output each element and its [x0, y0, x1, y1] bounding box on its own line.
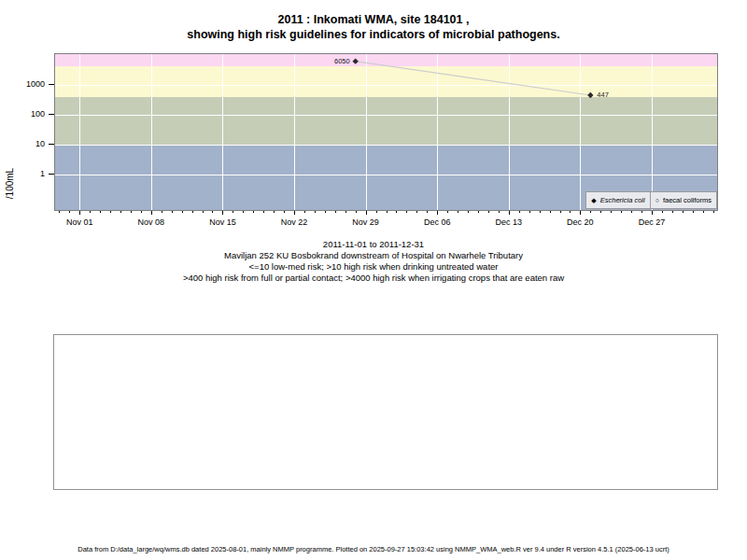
x-minor-tick — [519, 211, 520, 213]
legend-label-faecal-coliforms: faecal coliforms — [663, 196, 712, 204]
figure: 2011 : Inkomati WMA, site 184101 , showi… — [0, 0, 747, 560]
chart-title-line2: showing high risk guidelines for indicat… — [0, 27, 747, 42]
empty-panel — [53, 334, 718, 490]
x-axis: Nov 01Nov 08Nov 15Nov 22Nov 29Dec 06Dec … — [55, 211, 717, 233]
x-minor-tick — [274, 211, 275, 213]
x-minor-tick — [693, 211, 694, 213]
x-minor-tick — [447, 211, 448, 213]
x-tick-label: Dec 13 — [486, 217, 532, 227]
x-minor-tick — [499, 211, 500, 213]
x-minor-tick — [488, 211, 489, 213]
plot-panel: 6050447 ◆ Eschericia coli ○ faecal colif… — [54, 53, 718, 211]
x-minor-tick — [243, 211, 244, 213]
y-axis: /100mL 1101001000 — [0, 53, 54, 211]
y-tick-label: 1 — [7, 169, 45, 178]
chart-title-line1: 2011 : Inkomati WMA, site 184101 , — [0, 12, 747, 27]
filled-diamond-icon: ◆ — [591, 197, 596, 204]
y-tick-label: 10 — [7, 139, 45, 148]
x-tick — [294, 211, 295, 215]
x-minor-tick — [468, 211, 469, 213]
footer-provenance: Data from D:/data_large/wq/wms.db dated … — [0, 545, 747, 553]
x-minor-tick — [100, 211, 101, 213]
x-minor-tick — [590, 211, 591, 213]
x-minor-tick — [284, 211, 285, 213]
series-line — [356, 62, 591, 95]
x-minor-tick — [192, 211, 193, 213]
x-minor-tick — [621, 211, 622, 213]
caption-site-description: Maviljan 252 KU Bosbokrand downstream of… — [0, 250, 747, 261]
x-minor-tick — [662, 211, 663, 213]
x-minor-tick — [458, 211, 458, 213]
x-tick-label: Dec 27 — [628, 217, 675, 227]
caption-date-range: 2011-11-01 to 2011-12-31 — [0, 239, 747, 250]
x-minor-tick — [69, 211, 70, 213]
x-tick-label: Nov 29 — [343, 217, 389, 227]
sub-captions: 2011-11-01 to 2011-12-31 Maviljan 252 KU… — [0, 239, 747, 284]
open-circle-icon: ○ — [655, 197, 659, 203]
data-point-marker — [352, 58, 358, 63]
caption-risk-contact: >400 high risk from full or partial cont… — [0, 273, 747, 284]
x-minor-tick — [203, 211, 204, 213]
x-minor-tick — [162, 211, 162, 213]
x-tick — [652, 211, 653, 215]
x-minor-tick — [335, 211, 336, 213]
x-tick-label: Nov 08 — [128, 217, 175, 227]
x-minor-tick — [120, 211, 121, 213]
x-minor-tick — [345, 211, 346, 213]
x-tick — [366, 211, 367, 215]
caption-risk-drinking: <=10 low-med risk; >10 high risk when dr… — [0, 261, 747, 273]
x-minor-tick — [110, 211, 111, 213]
x-minor-tick — [478, 211, 479, 213]
x-minor-tick — [427, 211, 428, 213]
x-tick — [151, 211, 152, 215]
x-minor-tick — [212, 211, 213, 213]
x-tick-label: Dec 20 — [557, 217, 603, 227]
x-minor-tick — [172, 211, 173, 213]
x-tick-label: Nov 01 — [56, 217, 103, 227]
x-minor-tick — [672, 211, 673, 213]
x-tick-label: Nov 22 — [271, 217, 317, 227]
x-tick — [509, 211, 510, 215]
x-minor-tick — [550, 211, 551, 213]
x-tick-label: Dec 06 — [414, 217, 460, 227]
x-minor-tick — [131, 211, 132, 213]
x-minor-tick — [315, 211, 316, 213]
x-minor-tick — [387, 211, 388, 213]
x-minor-tick — [703, 211, 704, 213]
x-minor-tick — [304, 211, 305, 213]
legend-item-faecal-coliforms: ○ faecal coliforms — [651, 192, 716, 208]
x-minor-tick — [356, 211, 357, 213]
y-axis-title: /100mL — [5, 156, 15, 212]
x-minor-tick — [233, 211, 233, 213]
x-minor-tick — [141, 211, 142, 213]
x-minor-tick — [182, 211, 183, 213]
chart-title: 2011 : Inkomati WMA, site 184101 , showi… — [0, 12, 747, 42]
x-minor-tick — [540, 211, 541, 213]
x-minor-tick — [325, 211, 326, 213]
x-tick-label: Nov 15 — [199, 217, 246, 227]
x-tick — [437, 211, 438, 215]
x-tick — [580, 211, 581, 215]
x-minor-tick — [713, 211, 714, 213]
x-minor-tick — [263, 211, 264, 213]
x-minor-tick — [90, 211, 91, 213]
x-minor-tick — [611, 211, 612, 213]
x-tick — [222, 211, 223, 215]
y-tick-label: 1000 — [7, 79, 45, 89]
series-layer: 6050447 — [55, 54, 717, 210]
x-minor-tick — [600, 211, 601, 213]
x-minor-tick — [396, 211, 397, 213]
plot-area: 6050447 — [55, 54, 717, 210]
x-minor-tick — [376, 211, 377, 213]
data-point-marker — [587, 92, 593, 98]
data-point-label: 6050 — [334, 57, 350, 65]
x-minor-tick — [529, 211, 530, 213]
x-minor-tick — [560, 211, 561, 213]
x-minor-tick — [59, 211, 60, 213]
x-minor-tick — [416, 211, 417, 213]
x-tick — [79, 211, 80, 215]
x-minor-tick — [631, 211, 632, 213]
y-tick-label: 100 — [7, 109, 45, 119]
x-minor-tick — [253, 211, 254, 213]
x-minor-tick — [570, 211, 571, 213]
